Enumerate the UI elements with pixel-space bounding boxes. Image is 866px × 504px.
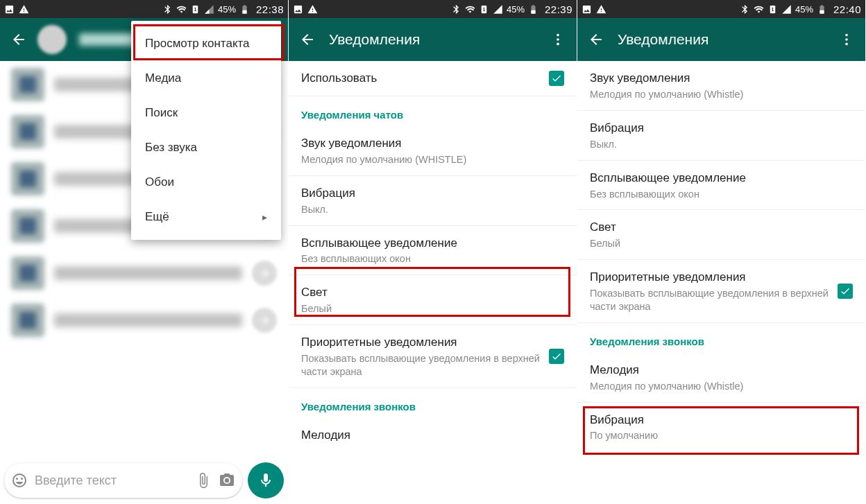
checkbox-icon[interactable] <box>549 71 564 86</box>
overflow-button[interactable] <box>835 28 858 51</box>
back-button[interactable] <box>296 28 319 51</box>
message-input[interactable]: Введите текст <box>4 463 242 498</box>
setting-light[interactable]: Свет Белый <box>289 275 577 325</box>
wifi-icon <box>176 4 187 15</box>
battery-icon <box>239 4 250 15</box>
settings-list: Звук уведомления Мелодия по умолчанию (W… <box>577 61 865 504</box>
forward-icon[interactable] <box>252 261 277 286</box>
battery-text: 45% <box>795 4 813 15</box>
sim-icon: 1 <box>479 4 489 15</box>
status-bar: 1 45% 22:39 <box>289 0 577 18</box>
menu-more[interactable]: Ещё▸ <box>131 200 281 234</box>
svg-point-13 <box>845 38 848 41</box>
back-button[interactable] <box>584 28 608 51</box>
screen-2: 1 45% 22:39 Уведомления Использовать Уве… <box>289 0 577 504</box>
overflow-menu: Просмотр контакта Медиа Поиск Без звука … <box>131 21 281 240</box>
svg-point-14 <box>845 43 848 46</box>
setting-sound[interactable]: Звук уведомления Мелодия по умолчанию (W… <box>577 61 865 111</box>
svg-text:1: 1 <box>483 7 486 12</box>
wifi-icon <box>465 4 475 15</box>
image-icon <box>4 4 15 15</box>
clock: 22:38 <box>256 3 284 15</box>
svg-rect-5 <box>531 10 535 13</box>
checkbox-icon[interactable] <box>549 349 564 364</box>
setting-use-custom[interactable]: Использовать <box>289 61 577 96</box>
svg-point-12 <box>845 34 848 37</box>
mic-button[interactable] <box>248 462 284 498</box>
checkbox-icon[interactable] <box>838 284 853 299</box>
setting-ringtone[interactable]: Мелодия Мелодия по умолчанию (Whistle) <box>577 353 865 403</box>
svg-point-6 <box>557 34 559 37</box>
wifi-icon <box>754 4 764 15</box>
setting-popup[interactable]: Всплывающее уведомление Без всплывающих … <box>289 226 577 276</box>
back-button[interactable] <box>7 28 31 51</box>
screen-3: 1 45% 22:40 Уведомления Звук уведомления… <box>577 0 866 504</box>
signal-icon <box>204 4 214 15</box>
svg-rect-2 <box>242 10 246 13</box>
battery-text: 45% <box>507 4 525 15</box>
message-input-bar: Введите текст <box>4 462 284 498</box>
setting-ringtone[interactable]: Мелодия <box>289 418 577 453</box>
setting-popup[interactable]: Всплывающее уведомление Без всплывающих … <box>577 161 865 211</box>
setting-light[interactable]: Свет Белый <box>577 210 865 260</box>
emoji-icon[interactable] <box>11 472 28 489</box>
placeholder: Введите текст <box>35 473 188 488</box>
battery-icon <box>528 4 538 15</box>
page-title: Уведомления <box>329 31 536 48</box>
overflow-button[interactable] <box>546 28 570 51</box>
media-item[interactable] <box>0 250 288 297</box>
svg-point-8 <box>557 43 559 46</box>
settings-appbar: Уведомления <box>577 18 865 61</box>
section-call-notifications: Уведомления звонков <box>577 323 865 353</box>
setting-sound[interactable]: Звук уведомления Мелодия по умолчанию (W… <box>289 126 577 176</box>
settings-appbar: Уведомления <box>289 18 577 61</box>
bluetooth-icon <box>451 4 461 15</box>
screen-1: 1 45% 22:38 <box>0 0 289 504</box>
battery-text: 45% <box>218 4 236 15</box>
setting-priority[interactable]: Приоритетные уведомления Показывать вспл… <box>289 325 577 388</box>
signal-icon <box>493 4 503 15</box>
settings-list: Использовать Уведомления чатов Звук увед… <box>289 61 577 504</box>
page-title: Уведомления <box>618 31 825 48</box>
menu-media[interactable]: Медиа <box>131 61 281 96</box>
contact-avatar[interactable] <box>37 25 67 54</box>
menu-wallpaper[interactable]: Обои <box>131 165 281 200</box>
warning-icon <box>19 4 29 15</box>
svg-text:1: 1 <box>194 7 197 12</box>
sim-icon: 1 <box>767 4 778 15</box>
signal-icon <box>781 4 792 15</box>
svg-rect-11 <box>820 10 824 13</box>
setting-vibrate[interactable]: Вибрация Выкл. <box>577 111 865 161</box>
bluetooth-icon <box>162 4 173 15</box>
status-bar: 1 45% 22:38 <box>0 0 288 18</box>
camera-icon[interactable] <box>219 472 235 489</box>
setting-vibrate[interactable]: Вибрация Выкл. <box>289 176 577 226</box>
clock: 22:39 <box>545 3 572 15</box>
section-chat-notifications: Уведомления чатов <box>289 96 577 126</box>
image-icon <box>293 4 303 15</box>
clock: 22:40 <box>833 3 861 15</box>
status-bar: 1 45% 22:40 <box>577 0 865 18</box>
menu-view-contact[interactable]: Просмотр контакта <box>131 26 281 61</box>
battery-icon <box>817 4 827 15</box>
svg-point-7 <box>557 38 559 41</box>
warning-icon <box>307 4 318 15</box>
setting-priority[interactable]: Приоритетные уведомления Показывать вспл… <box>577 260 865 323</box>
image-icon <box>581 4 592 15</box>
setting-call-vibrate[interactable]: Вибрация По умолчанию <box>577 403 865 452</box>
sim-icon: 1 <box>190 4 201 15</box>
chevron-right-icon: ▸ <box>262 211 267 223</box>
media-item[interactable] <box>0 297 288 344</box>
svg-text:1: 1 <box>772 7 774 12</box>
bluetooth-icon <box>740 4 750 15</box>
forward-icon[interactable] <box>252 308 277 333</box>
section-call-notifications: Уведомления звонков <box>289 388 577 418</box>
menu-search[interactable]: Поиск <box>131 96 281 130</box>
warning-icon <box>596 4 606 15</box>
attach-icon[interactable] <box>195 472 212 489</box>
menu-mute[interactable]: Без звука <box>131 130 281 165</box>
